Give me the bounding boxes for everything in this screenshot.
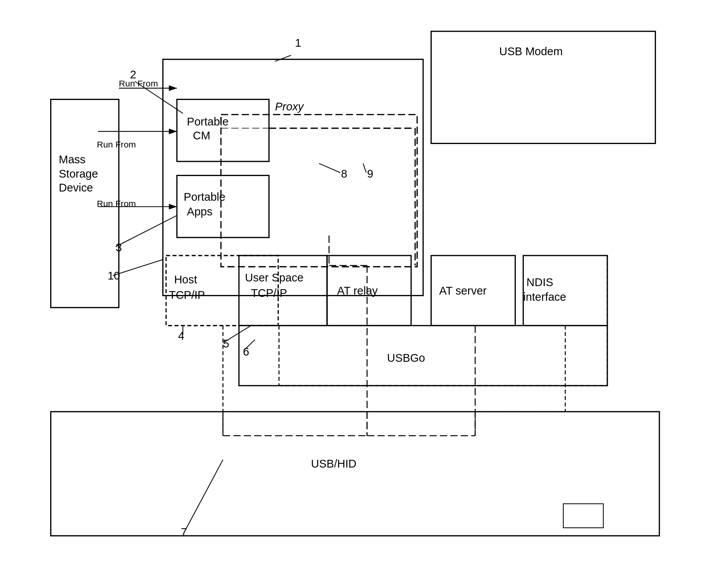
ndis-interface-label: NDIS [526,276,553,288]
usb-modem-label: USB Modem [499,45,563,58]
num-3-label: 3 [115,241,122,254]
svg-line-7 [275,55,291,61]
svg-rect-6 [163,59,423,296]
usb-hid-label: USB/HID [311,458,357,470]
run-from-1-label: Run From [119,78,158,88]
user-space-tcpip-label: User Space [245,271,303,284]
run-from-2-label: Run From [97,139,136,149]
num-9-label: 9 [367,168,373,180]
num-1-label: 1 [295,37,301,49]
svg-rect-19 [221,115,417,267]
svg-text:TCP/IP: TCP/IP [251,287,287,299]
svg-text:CM: CM [193,129,210,142]
svg-line-20 [363,163,366,173]
svg-line-17 [115,215,177,247]
diagram: text { font-family: Arial, sans-serif; f… [31,19,687,560]
at-relay-label: AT relay [337,285,378,297]
svg-text:Apps: Apps [187,205,212,218]
svg-rect-45 [51,412,659,535]
run-from-3-label: Run From [97,198,136,208]
num-4-label: 4 [178,330,184,342]
num-10-label: 10 [108,269,120,282]
svg-text:TCP/IP: TCP/IP [169,289,205,301]
host-tcpip-label: Host [174,273,197,286]
svg-text:interface: interface [523,291,566,303]
at-server-label: AT server [439,285,486,297]
num-8-label: 8 [341,168,347,180]
svg-line-25 [224,325,251,342]
svg-text:Storage: Storage [59,168,98,180]
portable-apps-label: Portable [184,191,225,203]
usbgo-label: USBGo [387,352,425,364]
svg-line-21 [319,163,340,173]
num-7-label: 7 [181,526,187,538]
svg-line-18 [113,259,163,275]
mass-storage-label: Mass [59,153,85,166]
portable-cm-label: Portable [187,115,229,128]
svg-line-46 [185,460,223,531]
proxy-label: Proxy [275,100,304,113]
num-6-label: 6 [243,346,249,358]
svg-line-26 [244,340,255,351]
svg-text:Device: Device [59,181,93,194]
svg-rect-54 [563,504,603,528]
svg-rect-8 [177,99,269,161]
